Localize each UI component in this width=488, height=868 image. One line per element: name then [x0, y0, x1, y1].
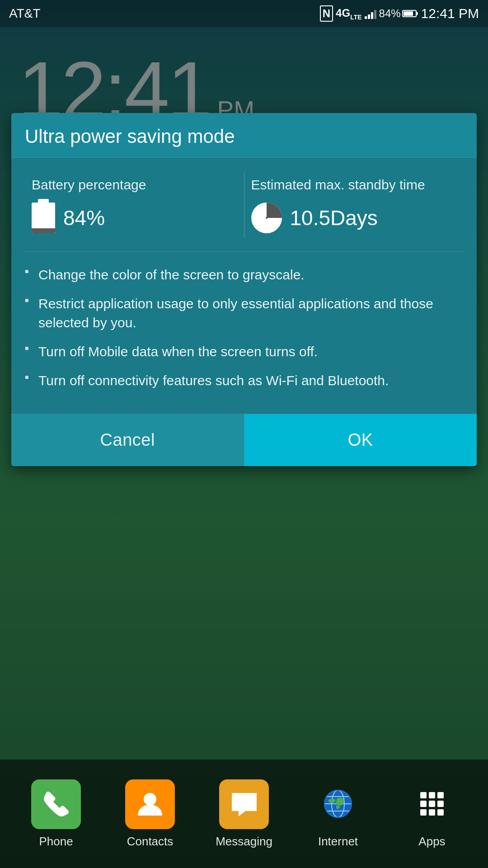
- svg-point-2: [144, 793, 156, 806]
- battery-label: Battery percentage: [32, 176, 237, 193]
- messaging-label: Messaging: [216, 835, 272, 849]
- apps-icon: [407, 779, 457, 829]
- standby-value: 10.5Days: [290, 206, 378, 230]
- svg-rect-16: [429, 809, 435, 816]
- battery-status-icon: 84%: [379, 7, 417, 20]
- svg-rect-9: [420, 792, 427, 798]
- standby-stat-col: Estimated max. standby time 10.5Days: [244, 171, 464, 238]
- svg-rect-11: [437, 792, 444, 798]
- dock-item-messaging[interactable]: Messaging: [203, 779, 285, 849]
- bullet-list: Change the color of the screen to graysc…: [25, 265, 463, 390]
- svg-rect-17: [437, 809, 444, 816]
- messaging-icon: [219, 779, 269, 829]
- bullet-item-3: Turn off Mobile data when the screen tur…: [25, 342, 463, 361]
- cancel-button[interactable]: Cancel: [11, 414, 244, 466]
- battery-value-row: 84%: [32, 203, 237, 233]
- dock-item-apps[interactable]: Apps: [391, 779, 473, 849]
- battery-stat-col: Battery percentage 84%: [25, 171, 244, 238]
- pie-chart-icon: [251, 203, 282, 233]
- ok-button[interactable]: OK: [244, 414, 477, 466]
- nfc-icon: N: [320, 5, 333, 22]
- bottom-dock: Phone Contacts Messaging: [0, 760, 488, 868]
- ultra-power-dialog: Ultra power saving mode Battery percenta…: [11, 113, 477, 466]
- stats-row: Battery percentage 84% Estimated max. st…: [25, 171, 463, 252]
- svg-rect-13: [429, 801, 435, 807]
- svg-rect-15: [420, 809, 427, 816]
- phone-icon: [31, 779, 81, 829]
- status-time: 12:41 PM: [421, 6, 479, 21]
- internet-label: Internet: [318, 835, 358, 849]
- svg-point-1: [266, 217, 267, 219]
- phone-svg: [42, 789, 71, 819]
- standby-label: Estimated max. standby time: [251, 176, 457, 193]
- dock-item-phone[interactable]: Phone: [15, 779, 97, 849]
- signal-icon: [365, 8, 376, 19]
- lte-icon: 4GLTE: [336, 7, 361, 21]
- apps-svg: [418, 789, 447, 819]
- status-right: N 4GLTE 84% 12:41 PM: [320, 5, 479, 22]
- bullet-item-4: Turn off connectivity features such as W…: [25, 371, 463, 390]
- apps-label: Apps: [418, 835, 445, 849]
- svg-rect-10: [429, 792, 435, 798]
- contacts-label: Contacts: [127, 835, 174, 849]
- contacts-icon: [125, 779, 175, 829]
- dialog-header: Ultra power saving mode: [11, 113, 477, 158]
- contacts-svg: [136, 789, 165, 819]
- messaging-svg: [230, 789, 259, 819]
- battery-percent-label: 84%: [379, 7, 401, 20]
- battery-icon-large: [32, 203, 55, 233]
- bullet-item-1: Change the color of the screen to graysc…: [25, 265, 463, 284]
- dock-item-contacts[interactable]: Contacts: [109, 779, 191, 849]
- standby-value-row: 10.5Days: [251, 203, 457, 233]
- status-bar: AT&T N 4GLTE 84% 12:41 PM: [0, 0, 488, 27]
- internet-icon: [313, 779, 363, 829]
- status-icons: N 4GLTE 84%: [320, 5, 417, 22]
- dock-item-internet[interactable]: Internet: [297, 779, 379, 849]
- svg-rect-12: [420, 801, 427, 807]
- svg-rect-14: [437, 801, 444, 807]
- dialog-buttons: Cancel OK: [11, 414, 477, 466]
- internet-svg: [324, 789, 353, 819]
- battery-value: 84%: [63, 206, 105, 230]
- dialog-body: Battery percentage 84% Estimated max. st…: [11, 158, 477, 414]
- phone-label: Phone: [39, 835, 73, 849]
- bullet-item-2: Restrict application usage to only essen…: [25, 294, 463, 332]
- dialog-title: Ultra power saving mode: [25, 126, 463, 147]
- carrier-label: AT&T: [9, 6, 40, 21]
